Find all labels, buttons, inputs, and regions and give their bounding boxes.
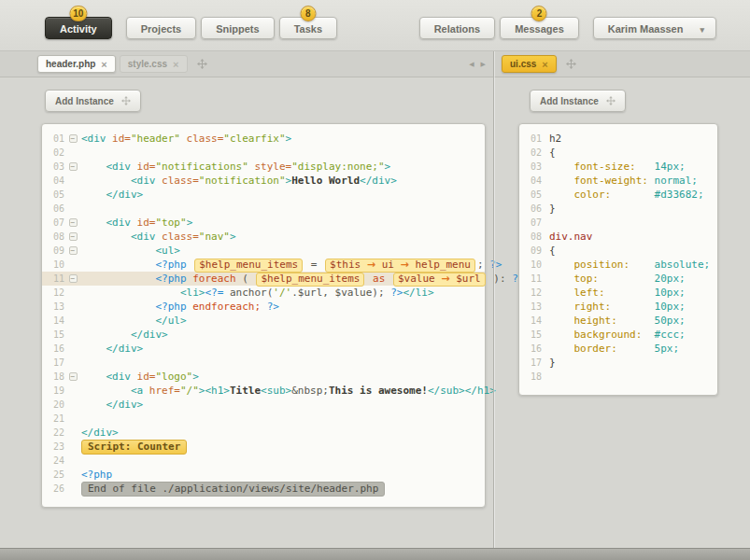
line-number: 09 [519,244,542,258]
nav-button-relations[interactable]: Relations [419,17,496,39]
move-icon[interactable] [566,59,576,69]
code-line-03[interactable]: 03 font-size: 14px; [519,160,717,174]
code-text: color: #d33682; [549,188,704,202]
add-instance-button[interactable]: Add Instance [45,90,141,112]
nav-button-karim-maassen[interactable]: Karim Maassen▾ [593,17,716,39]
code-text: background: #ccc; [549,328,686,342]
code-editor-right[interactable]: 01h202{03 font-size: 14px;04 font-weight… [518,123,718,396]
code-line-14[interactable]: 14 </ul> [42,314,485,328]
code-text: height: 50px; [549,314,686,328]
code-line-13[interactable]: 13 <?php endforeach; ?> [42,300,485,314]
nav-button-label: Tasks [294,23,322,35]
code-line-08[interactable]: 08div.nav [519,230,717,244]
add-instance-button[interactable]: Add Instance [530,90,626,112]
nav-button-snippets[interactable]: Snippets [201,17,274,39]
code-line-24[interactable]: 24 [42,454,485,468]
code-line-26[interactable]: 26End of file ./application/views/site/h… [42,482,485,496]
nav-button-projects[interactable]: Projects [126,17,196,39]
code-line-09[interactable]: 09− <ul> [42,244,485,258]
code-line-17[interactable]: 17 [42,356,485,370]
code-line-15[interactable]: 15 </div> [42,328,485,342]
fold-icon[interactable]: − [69,246,78,255]
tab-header-php[interactable]: header.php× [37,55,116,73]
code-line-05[interactable]: 05 color: #d33682; [519,188,717,202]
code-line-21[interactable]: 21 [42,412,485,426]
notification-badge: 8 [300,6,316,21]
code-line-08[interactable]: 08− <div class="nav"> [42,230,485,244]
code-text: </ul> [81,314,187,328]
nav-button-messages[interactable]: Messages2 [500,17,579,39]
scroll-left-icon[interactable]: ◀ [469,61,474,68]
code-line-25[interactable]: 25<?php [42,468,485,482]
code-line-10[interactable]: 10 <?php $help_menu_items = $this → ui →… [42,258,485,272]
code-line-15[interactable]: 15 background: #ccc; [519,328,717,342]
code-editor-left[interactable]: 01−<div id="header" class="clearfix">020… [41,123,486,508]
variable-chip[interactable]: $this → ui → help_menu [325,259,475,273]
code-text: <div id="logo"> [81,370,199,384]
code-text: <ul> [81,244,180,258]
fold-icon[interactable]: − [69,134,78,143]
close-icon[interactable]: × [173,59,178,70]
fold-icon[interactable]: − [69,218,78,227]
line-number: 16 [519,342,542,356]
main-area: Add Instance 01−<div id="header" class="… [0,77,750,508]
fold-icon[interactable]: − [69,372,78,381]
code-line-13[interactable]: 13 right: 10px; [519,300,717,314]
code-line-18[interactable]: 18 [519,370,717,384]
code-line-16[interactable]: 16 </div> [42,342,485,356]
close-icon[interactable]: × [101,59,106,70]
code-line-07[interactable]: 07 [519,216,717,230]
code-line-06[interactable]: 06 [42,202,485,216]
scroll-right-icon[interactable]: ▶ [481,61,486,68]
code-line-12[interactable]: 12 left: 10px; [519,286,717,300]
code-line-12[interactable]: 12 <li><?= anchor('/'.$url, $value); ?><… [42,286,485,300]
line-number: 04 [42,174,64,188]
code-line-04[interactable]: 04 <div class="notification">Hello World… [42,174,485,188]
code-line-14[interactable]: 14 height: 50px; [519,314,717,328]
line-number: 07 [519,216,542,230]
fold-icon[interactable]: − [69,232,78,241]
line-number: 15 [42,328,64,342]
close-icon[interactable]: × [542,59,547,70]
fold-icon[interactable]: − [69,274,78,283]
code-text: <?php endforeach; ?> [81,300,279,314]
line-number: 08 [42,230,64,244]
code-line-01[interactable]: 01−<div id="header" class="clearfix"> [42,132,485,146]
variable-chip[interactable]: $help_menu_items [194,259,303,273]
code-line-04[interactable]: 04 font-weight: normal; [519,174,717,188]
code-line-07[interactable]: 07− <div id="top"> [42,216,485,230]
fold-icon[interactable]: − [69,162,78,171]
code-line-18[interactable]: 18− <div id="logo"> [42,370,485,384]
code-line-23[interactable]: 23Script: Counter [42,440,485,454]
code-line-06[interactable]: 06} [519,202,717,216]
code-line-19[interactable]: 19 <a href="/"><h1>Title<sub>&nbsp;This … [42,384,485,398]
pane-divider[interactable] [493,51,494,548]
tab-style-css[interactable]: style.css× [120,55,188,73]
code-text: right: 10px; [549,300,686,314]
nav-button-tasks[interactable]: Tasks8 [279,17,337,39]
arrow-right-icon: → [367,259,375,271]
code-line-02[interactable]: 02{ [519,146,717,160]
nav-button-activity[interactable]: Activity10 [45,17,112,39]
code-line-20[interactable]: 20 </div> [42,398,485,412]
move-icon[interactable] [197,59,207,69]
code-line-11[interactable]: 11 top: 20px; [519,272,717,286]
variable-chip[interactable]: $help_menu_items [256,273,364,287]
variable-chip[interactable]: $value → $url [393,273,486,287]
tab-ui-css[interactable]: ui.css× [502,55,557,73]
code-line-11[interactable]: 11− <?php foreach ( $help_menu_items as … [42,272,485,286]
line-number: 07 [42,216,64,230]
code-line-17[interactable]: 17} [519,356,717,370]
code-line-10[interactable]: 10 position: absolute; [519,258,717,272]
line-number: 05 [519,188,542,202]
code-line-22[interactable]: 22</div> [42,426,485,440]
code-line-05[interactable]: 05 </div> [42,188,485,202]
code-line-02[interactable]: 02 [42,146,485,160]
script-counter-badge: Script: Counter [81,440,187,455]
code-text: div.nav [549,230,592,244]
code-text: font-size: 14px; [549,160,686,174]
code-line-03[interactable]: 03− <div id="notifications" style="displ… [42,160,485,174]
code-line-16[interactable]: 16 border: 5px; [519,342,717,356]
code-line-09[interactable]: 09{ [519,244,717,258]
code-line-01[interactable]: 01h2 [519,132,717,146]
